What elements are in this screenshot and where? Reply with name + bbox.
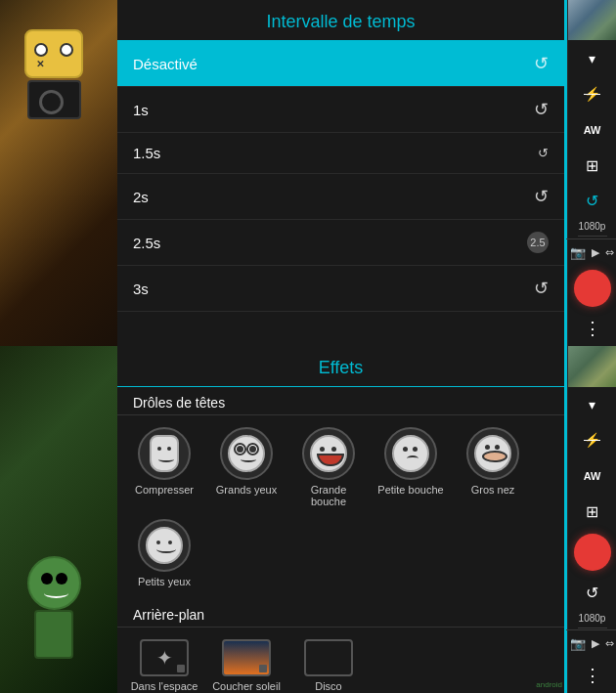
alien-smile [44, 588, 68, 598]
flash-off-button[interactable]: ⚡ [568, 76, 617, 111]
video-mode-icon-bottom[interactable]: ▶ [592, 637, 599, 650]
bg-sunset[interactable]: Coucher soleil [207, 635, 286, 693]
robot-x: ✕ [36, 59, 44, 69]
effect-petite-bouche[interactable]: Petite bouche [372, 423, 450, 511]
resolution-badge-top: 1080p [579, 219, 606, 234]
espace-label: Dans l'espace [131, 680, 198, 692]
menu-item-label-15s: 1.5s [133, 145, 160, 161]
top-right-sidebar: ▾ ⚡ AW ⊞ ↺ 1080p 📷 ▶ ⇔ ⋮ [567, 0, 616, 346]
wideangle-icon-bottom[interactable]: ⇔ [605, 637, 614, 650]
bottom-panel: Effets Drôles de têtes Compresser [0, 346, 616, 693]
interval-icon-bottom[interactable]: ↺ [568, 575, 617, 611]
cam-mode-bar-top: 📷 ▶ ⇔ [566, 238, 616, 266]
more-icon-bottom: ⋮ [584, 665, 601, 686]
effects-grid: Compresser Grands yeux [117, 415, 564, 599]
wideangle-icon[interactable]: ⇔ [605, 246, 614, 259]
disco-label: Disco [315, 680, 342, 692]
filter-icon-bottom: ⊞ [586, 502, 598, 521]
record-button-bottom[interactable] [568, 534, 617, 571]
effects-section: Drôles de têtes Compresser [117, 387, 564, 693]
backgrounds-grid: ✦ Dans l'espace Coucher soleil [117, 628, 564, 693]
menu-item-3s[interactable]: 3s ↺ [117, 266, 564, 312]
espace-icon: ✦ [140, 639, 189, 676]
timer-icon-15s: ↺ [538, 146, 549, 160]
petite-bouche-label: Petite bouche [377, 484, 443, 496]
bg-disco[interactable]: Disco [289, 635, 368, 693]
auto-white-balance-button-bottom[interactable]: AW [568, 458, 617, 495]
menu-item-1s[interactable]: 1s ↺ [117, 87, 564, 133]
flash-off-icon-bottom: ⚡ [584, 432, 600, 448]
menu-item-label-desactive: Désactivé [133, 56, 198, 72]
android-watermark: android [536, 680, 562, 689]
menu-item-desactive[interactable]: Désactivé ↺ [117, 41, 564, 87]
menu-item-label-2s: 2s [133, 189, 149, 205]
chevron-down-icon-bottom: ▾ [589, 397, 595, 412]
petits-yeux-label: Petits yeux [138, 576, 191, 587]
bottom-menu-panel: Effets Drôles de têtes Compresser [117, 346, 564, 693]
robot-toy: ✕ [15, 29, 93, 127]
alien-toy [10, 556, 98, 673]
disco-icon [304, 639, 353, 676]
menu-item-label-3s: 3s [133, 281, 149, 297]
photo-mode-icon-bottom[interactable]: 📷 [570, 636, 586, 651]
effect-gros-nez[interactable]: Gros nez [454, 423, 532, 511]
photo-mode-icon[interactable]: 📷 [570, 245, 586, 260]
bottom-menu-title: Effets [133, 358, 549, 378]
filter-button[interactable]: ⊞ [568, 148, 617, 183]
top-panel: ✕ Intervalle de temps Désactivé ↺ 1s ↺ 1… [0, 0, 616, 346]
grands-yeux-label: Grands yeux [216, 484, 277, 496]
gros-nez-label: Gros nez [471, 484, 515, 496]
bottom-thumbnail[interactable] [568, 346, 617, 387]
top-menu-title: Intervalle de temps [133, 12, 549, 32]
effect-grande-bouche[interactable]: Grande bouche [289, 423, 368, 511]
video-mode-icon[interactable]: ▶ [592, 246, 599, 259]
bottom-camera-preview [0, 346, 117, 693]
compresser-label: Compresser [135, 484, 194, 496]
menu-item-25s[interactable]: 2.5s 2.5 [117, 220, 564, 266]
sunset-icon [222, 639, 271, 676]
droles-section-header: Drôles de têtes [117, 387, 564, 415]
timer-icon-3s: ↺ [534, 278, 549, 299]
timer-icon-25s: 2.5 [527, 232, 549, 253]
interval-icon: ↺ [586, 192, 598, 210]
more-icon-top: ⋮ [584, 318, 601, 339]
flash-off-button-bottom[interactable]: ⚡ [568, 422, 617, 458]
interval-timer-icon-bottom: ↺ [586, 584, 598, 602]
effect-petits-yeux[interactable]: Petits yeux [125, 515, 203, 591]
resolution-badge-bottom: 1080p [579, 611, 606, 626]
bg-espace[interactable]: ✦ Dans l'espace [125, 635, 203, 693]
chevron-top-icon[interactable]: ▾ [568, 40, 617, 75]
chevron-bottom-icon[interactable]: ▾ [568, 387, 617, 423]
robot-eye-left [34, 43, 48, 57]
top-menu-header: Intervalle de temps [117, 0, 564, 41]
top-camera-preview: ✕ [0, 0, 117, 346]
more-options-top[interactable]: ⋮ [568, 311, 617, 346]
interval-active-button[interactable]: ↺ [568, 183, 617, 218]
auto-white-balance-icon: AW [584, 124, 601, 136]
auto-white-balance-icon-bottom: AW [584, 470, 601, 482]
auto-white-balance-button[interactable]: AW [568, 111, 617, 147]
alien-eye-right [56, 573, 67, 585]
more-options-bottom[interactable]: ⋮ [568, 657, 617, 693]
petite-bouche-icon [384, 427, 437, 480]
menu-item-label-1s: 1s [133, 102, 149, 118]
record-button-top[interactable] [568, 270, 617, 307]
effect-compresser[interactable]: Compresser [125, 423, 203, 511]
compresser-icon [138, 427, 191, 480]
filter-button-bottom[interactable]: ⊞ [568, 494, 617, 530]
sunset-label: Coucher soleil [212, 680, 281, 692]
sidebar-divider-top [578, 236, 607, 237]
menu-item-label-25s: 2.5s [133, 235, 160, 251]
record-btn-top[interactable] [574, 270, 611, 307]
menu-item-15s[interactable]: 1.5s ↺ [117, 133, 564, 174]
top-thumbnail[interactable] [568, 0, 617, 40]
record-btn-bottom[interactable] [574, 534, 611, 571]
timer-icon-2s: ↺ [534, 186, 549, 207]
filter-icon: ⊞ [586, 156, 598, 175]
menu-item-2s[interactable]: 2s ↺ [117, 174, 564, 220]
effect-grands-yeux[interactable]: Grands yeux [207, 423, 286, 511]
timer-icon-1s: ↺ [534, 99, 549, 120]
sidebar-divider-bottom [578, 628, 607, 628]
top-menu-panel: Intervalle de temps Désactivé ↺ 1s ↺ 1.5… [117, 0, 564, 346]
bottom-menu-header: Effets [117, 346, 564, 387]
